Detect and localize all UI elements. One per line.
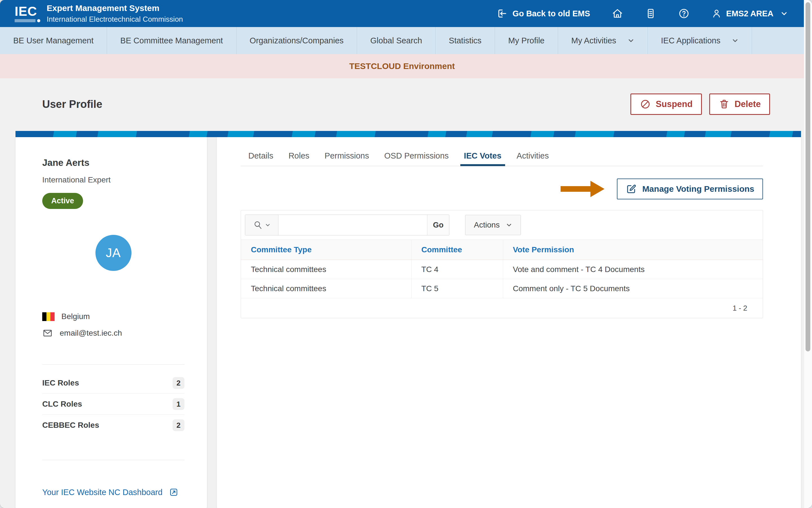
- role-groups-list: IEC Roles2CLC Roles1CEBBEC Roles2: [42, 373, 184, 436]
- nav-item-my-activities[interactable]: My Activities: [558, 27, 648, 54]
- profile-role-title: International Expert: [42, 175, 184, 184]
- back-link-label: Go Back to old EMS: [512, 9, 590, 18]
- manage-row: Manage Voting Permissions: [241, 178, 763, 199]
- role-count-badge: 2: [173, 377, 184, 389]
- app-subtitle: International Electrotechnical Commissio…: [47, 15, 183, 24]
- app-titles: Expert Management System International E…: [47, 3, 183, 24]
- role-group-label: CEBBEC Roles: [42, 421, 99, 430]
- delete-button[interactable]: Delete: [709, 93, 770, 115]
- cell-committee-type: Technical committees: [241, 279, 411, 298]
- nav-item-be-user-management[interactable]: BE User Management: [0, 27, 107, 54]
- cell-vote-permission: Comment only - TC 5 Documents: [503, 279, 763, 298]
- mail-icon: [42, 328, 53, 338]
- header-actions: Go Back to old EMS EMS2 AREA: [497, 8, 788, 19]
- cell-committee: TC 4: [411, 260, 503, 279]
- nav-item-organizations-companies[interactable]: Organizations/Companies: [236, 27, 357, 54]
- task-list-icon[interactable]: [645, 8, 656, 19]
- nav-item-global-search[interactable]: Global Search: [357, 27, 435, 54]
- table-row: Technical committeesTC 4Vote and comment…: [241, 260, 763, 279]
- go-button[interactable]: Go: [427, 215, 449, 235]
- chevron-down-icon: [265, 222, 270, 228]
- report-toolbar: Go Actions: [241, 210, 763, 240]
- nav-item-label: Statistics: [449, 36, 481, 45]
- cell-committee: TC 5: [411, 279, 503, 298]
- chevron-down-icon: [780, 10, 788, 17]
- nav-item-label: My Profile: [508, 36, 545, 45]
- manage-button-label: Manage Voting Permissions: [642, 184, 754, 194]
- go-back-to-old-ems-link[interactable]: Go Back to old EMS: [497, 8, 590, 19]
- role-group-iec-roles[interactable]: IEC Roles2: [42, 373, 184, 394]
- nav-spacer: [752, 27, 804, 54]
- vertical-scrollbar[interactable]: [804, 0, 812, 508]
- delete-button-label: Delete: [735, 99, 761, 109]
- role-group-clc-roles[interactable]: CLC Roles1: [42, 394, 184, 415]
- actions-button[interactable]: Actions: [465, 215, 521, 235]
- pagination-label: 1 - 2: [733, 304, 747, 312]
- email-value: email@test.iec.ch: [60, 329, 122, 338]
- help-icon[interactable]: [678, 8, 690, 19]
- nav-item-label: BE User Management: [13, 36, 93, 45]
- country-label: Belgium: [61, 312, 90, 321]
- search-icon: [253, 220, 263, 230]
- main-panel: DetailsRolesPermissionsOSD PermissionsIE…: [217, 137, 801, 508]
- nav-item-my-profile[interactable]: My Profile: [495, 27, 558, 54]
- search-options-button[interactable]: [245, 215, 279, 235]
- main-nav: BE User ManagementBE Committee Managemen…: [0, 27, 804, 54]
- nav-item-iec-applications[interactable]: IEC Applications: [648, 27, 752, 54]
- column-header-committee-type[interactable]: Committee Type: [241, 240, 411, 260]
- user-icon: [711, 8, 722, 19]
- app-header: IEC Expert Management System Internation…: [0, 0, 804, 27]
- nav-item-label: Global Search: [370, 36, 422, 45]
- iec-logo-bar: [15, 19, 36, 22]
- table-row: Technical committeesTC 5Comment only - T…: [241, 279, 763, 298]
- column-header-vote-permission[interactable]: Vote Permission: [503, 240, 763, 260]
- report-footer: 1 - 2: [241, 298, 763, 318]
- tab-osd-permissions[interactable]: OSD Permissions: [377, 145, 457, 166]
- ban-icon: [640, 98, 651, 110]
- exit-icon: [497, 8, 508, 19]
- external-link-icon: [169, 487, 179, 497]
- nav-item-label: BE Committee Management: [120, 36, 223, 45]
- belgium-flag-icon: [42, 312, 55, 321]
- nav-item-label: IEC Applications: [661, 36, 721, 45]
- table-header-row: Committee TypeCommitteeVote Permission: [241, 240, 763, 260]
- tab-permissions[interactable]: Permissions: [317, 145, 377, 166]
- environment-banner: TESTCLOUD Environment: [0, 54, 804, 78]
- actions-button-label: Actions: [474, 220, 500, 229]
- nav-item-be-committee-management[interactable]: BE Committee Management: [107, 27, 236, 54]
- manage-voting-permissions-button[interactable]: Manage Voting Permissions: [617, 178, 763, 199]
- tab-details[interactable]: Details: [241, 145, 281, 166]
- app-title: Expert Management System: [47, 3, 183, 13]
- page-title: User Profile: [42, 98, 102, 111]
- tab-activities[interactable]: Activities: [509, 145, 556, 166]
- role-group-cebbec-roles[interactable]: CEBBEC Roles2: [42, 415, 184, 436]
- app-window: IEC Expert Management System Internation…: [0, 0, 812, 508]
- environment-banner-label: TESTCLOUD Environment: [349, 61, 455, 71]
- dashboard-link-label: Your IEC Website NC Dashboard: [42, 488, 163, 497]
- tab-iec-votes[interactable]: IEC Votes: [457, 145, 509, 166]
- trash-icon: [719, 98, 730, 110]
- column-header-committee[interactable]: Committee: [411, 240, 503, 260]
- tab-roles[interactable]: Roles: [281, 145, 317, 166]
- account-label: EMS2 AREA: [726, 9, 773, 18]
- search-input[interactable]: [279, 215, 427, 235]
- scrollbar-thumb[interactable]: [806, 2, 810, 351]
- avatar: JA: [95, 235, 131, 271]
- role-group-label: IEC Roles: [42, 378, 79, 387]
- home-icon[interactable]: [611, 8, 623, 19]
- page-actions: Suspend Delete: [630, 93, 770, 115]
- profile-name: Jane Aerts: [42, 158, 184, 168]
- iec-logo[interactable]: IEC: [15, 5, 37, 22]
- nav-item-label: My Activities: [571, 36, 616, 45]
- country-row: Belgium: [42, 312, 184, 321]
- nav-item-statistics[interactable]: Statistics: [435, 27, 495, 54]
- account-menu[interactable]: EMS2 AREA: [711, 8, 788, 19]
- cell-vote-permission: Vote and comment - TC 4 Documents: [503, 260, 763, 279]
- iec-website-nc-dashboard-link[interactable]: Your IEC Website NC Dashboard: [42, 487, 184, 497]
- role-count-badge: 2: [173, 419, 184, 431]
- brand-block: IEC Expert Management System Internation…: [15, 3, 183, 24]
- suspend-button[interactable]: Suspend: [630, 93, 702, 115]
- edit-icon: [626, 183, 637, 195]
- page-title-row: User Profile Suspend Delete: [42, 90, 770, 119]
- votes-table: Committee TypeCommitteeVote Permission T…: [241, 240, 763, 298]
